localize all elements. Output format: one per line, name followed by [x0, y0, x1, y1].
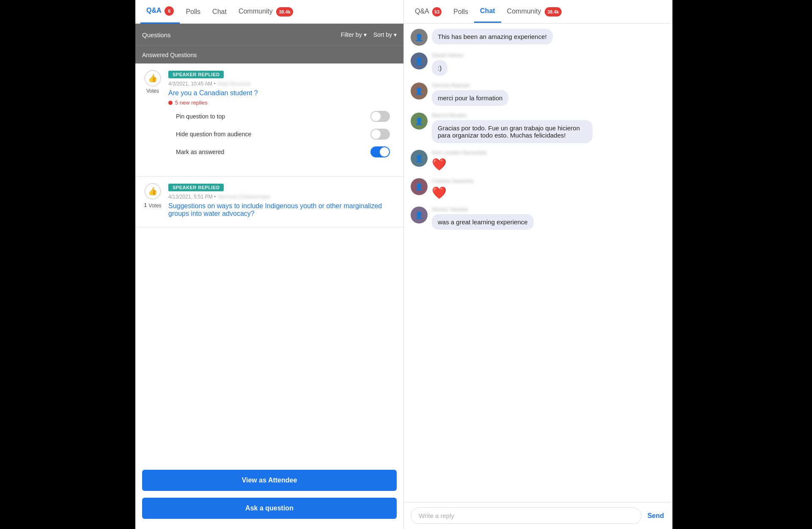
chat-message-1: 👤 This has been an amazing experience! — [411, 29, 666, 46]
chat-reply-input[interactable] — [411, 507, 642, 524]
question-meta-1: 4/3/2021, 10:45 AM • Hope Bouazad — [168, 81, 397, 87]
avatar-7: 👤 — [411, 207, 428, 223]
new-replies-1: 5 new replies — [168, 99, 397, 106]
red-dot-icon — [168, 101, 173, 105]
pin-toggle-row: Pin question to top — [176, 111, 390, 122]
tab-polls-right[interactable]: Polls — [447, 1, 474, 22]
question-text-2[interactable]: Suggestions on ways to include Indigenou… — [168, 202, 397, 218]
msg-bubble-4: Gracias por todo. Fue un gran trabajo qu… — [432, 120, 593, 143]
send-button[interactable]: Send — [646, 512, 666, 520]
tab-polls-left[interactable]: Polls — [180, 1, 206, 22]
avatar-1: 👤 — [411, 29, 428, 46]
question-author-1: Hope Bouazad — [217, 81, 250, 87]
chat-message-3: 👤 Gemina Raphael merci pour la formation — [411, 83, 666, 106]
msg-body-1: This has been an amazing experience! — [432, 29, 666, 44]
msg-heart-5: ❤️ — [432, 157, 666, 171]
question-card-2: 👍 1 Votes SPEAKER REPLIED 4/13/2021, 5:5… — [135, 176, 403, 227]
msg-bubble-3: merci pour la formation — [432, 90, 508, 106]
mark-answered-toggle[interactable] — [370, 146, 390, 157]
filter-chevron-icon: ▾ — [364, 31, 367, 38]
votes-label-2: Votes — [149, 203, 162, 209]
hide-toggle-label: Hide question from audience — [176, 131, 251, 138]
qna-badge-right: 53 — [432, 7, 442, 17]
chat-message-7: 👤 Shuma Talukdar was a great learning ex… — [411, 207, 666, 230]
thumb-up-icon-1[interactable]: 👍 — [145, 70, 161, 86]
msg-body-7: Shuma Talukdar was a great learning expe… — [432, 207, 666, 230]
pin-toggle-label: Pin question to top — [176, 113, 225, 120]
community-badge-right: 38.4k — [545, 7, 562, 17]
sort-chevron-icon: ▾ — [394, 31, 397, 38]
tab-community-right[interactable]: Community 38.4k — [501, 0, 568, 23]
hide-toggle[interactable] — [370, 129, 390, 140]
tab-chat-left[interactable]: Chat — [206, 1, 233, 22]
question-meta-2: 4/13/2021, 5:51 PM • Harmony Eshkawkogan — [168, 194, 397, 200]
sort-by-button[interactable]: Sort by ▾ — [373, 31, 397, 38]
msg-sender-6: Chelsea Saavedra — [432, 178, 666, 184]
chat-messages-list: 👤 This has been an amazing experience! 👤… — [404, 24, 672, 502]
community-badge-left: 38.4k — [276, 7, 293, 17]
hide-toggle-row: Hide question from audience — [176, 129, 390, 140]
msg-bubble-2: :) — [432, 60, 447, 76]
chat-message-2: 👤 Daniel Helmer :) — [411, 52, 666, 76]
msg-body-6: Chelsea Saavedra ❤️ — [432, 178, 666, 200]
avatar-3: 👤 — [411, 83, 428, 99]
chat-input-bar: Send — [404, 502, 672, 529]
chat-message-6: 👤 Chelsea Saavedra ❤️ — [411, 178, 666, 200]
msg-sender-4: Blanca Morales — [432, 113, 666, 118]
msg-bubble-1: This has been an amazing experience! — [432, 29, 553, 44]
left-tab-bar: Q&A 6 Polls Chat Community 38.4k — [135, 0, 403, 24]
right-tab-bar: Q&A 53 Polls Chat Community 38.4k — [404, 0, 672, 24]
questions-toolbar: Questions Filter by ▾ Sort by ▾ — [135, 24, 403, 46]
msg-sender-7: Shuma Talukdar — [432, 207, 666, 212]
chat-message-4: 👤 Blanca Morales Gracias por todo. Fue u… — [411, 113, 666, 143]
thumb-up-icon-2[interactable]: 👍 — [145, 183, 161, 199]
msg-heart-6: ❤️ — [432, 186, 666, 200]
question-toggle-section-1: Pin question to top Hide question from a… — [142, 106, 397, 169]
filter-by-button[interactable]: Filter by ▾ — [341, 31, 367, 38]
msg-sender-2: Daniel Helmer — [432, 52, 666, 58]
mark-toggle-row: Mark as answered — [176, 146, 390, 157]
mark-toggle-label: Mark as answered — [176, 149, 224, 155]
msg-sender-5: Kimi Landero Benavides — [432, 150, 666, 156]
question-author-2: Harmony Eshkawkogan — [217, 194, 271, 200]
answered-questions-bar[interactable]: Answered Questions — [135, 46, 403, 63]
msg-body-2: Daniel Helmer :) — [432, 52, 666, 76]
question-card-1: 👍 Votes SPEAKER REPLIED 4/3/2021, 10:45 … — [135, 63, 403, 176]
msg-body-4: Blanca Morales Gracias por todo. Fue un … — [432, 113, 666, 143]
question-text-1[interactable]: Are you a Canadian student ? — [168, 89, 397, 97]
msg-bubble-7: was a great learning experience — [432, 214, 534, 230]
chat-message-5: 👤 Kimi Landero Benavides ❤️ — [411, 150, 666, 171]
avatar-2: 👤 — [411, 52, 428, 69]
votes-label-1: Votes — [146, 88, 159, 94]
toolbar-title: Questions — [142, 31, 334, 39]
msg-sender-3: Gemina Raphael — [432, 83, 666, 88]
qna-badge-left: 6 — [165, 6, 174, 16]
msg-body-5: Kimi Landero Benavides ❤️ — [432, 150, 666, 171]
tab-qna-left[interactable]: Q&A 6 — [140, 0, 180, 24]
tab-qna-right[interactable]: Q&A 53 — [409, 0, 447, 23]
pin-toggle[interactable] — [370, 111, 390, 122]
speaker-replied-badge-2: SPEAKER REPLIED — [168, 184, 224, 191]
tab-chat-right[interactable]: Chat — [474, 0, 501, 23]
ask-question-button[interactable]: Ask a question — [142, 498, 397, 519]
avatar-5: 👤 — [411, 150, 428, 167]
view-attendee-button[interactable]: View as Attendee — [142, 470, 397, 491]
msg-body-3: Gemina Raphael merci pour la formation — [432, 83, 666, 106]
speaker-replied-badge-1: SPEAKER REPLIED — [168, 71, 224, 78]
avatar-4: 👤 — [411, 113, 428, 129]
tab-community-left[interactable]: Community 38.4k — [233, 0, 299, 23]
avatar-6: 👤 — [411, 178, 428, 195]
